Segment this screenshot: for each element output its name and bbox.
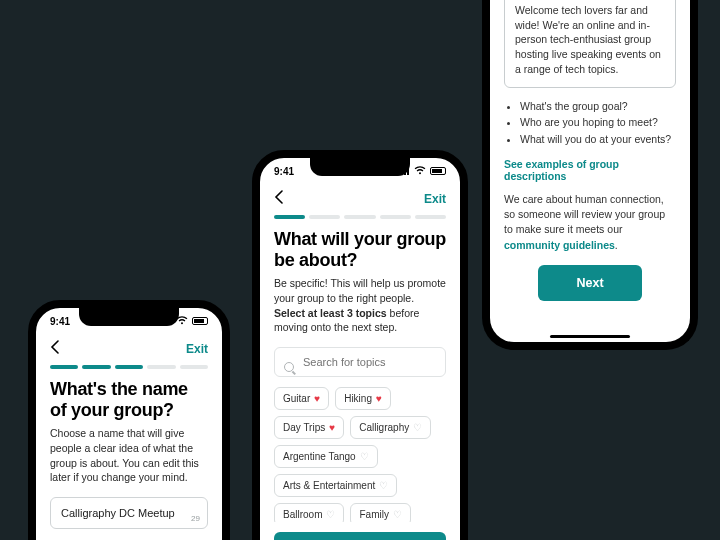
back-button[interactable] [50, 338, 60, 359]
community-guidelines-link[interactable]: community guidelines [504, 239, 615, 251]
group-name-input[interactable] [50, 497, 208, 529]
phone-frame-topics-step: 9:41 Exit What will your group be about?… [252, 150, 468, 540]
review-footnote: We care about human connection, so someo… [504, 192, 676, 253]
phone-frame-description-step: People will see this when we promote you… [482, 0, 698, 350]
exit-button[interactable]: Exit [186, 342, 208, 356]
heart-icon: ♡ [413, 422, 422, 433]
heart-icon: ♥ [314, 393, 320, 404]
next-button[interactable]: Next [538, 265, 641, 301]
search-icon [284, 362, 294, 372]
topic-chip-label: Family [359, 509, 388, 520]
heart-icon: ♡ [360, 451, 369, 462]
battery-icon [430, 167, 446, 175]
topic-chip-list: Guitar♥Hiking♥Day Trips♥Calligraphy♡Arge… [274, 387, 446, 522]
status-time: 9:41 [50, 316, 70, 327]
group-description-input[interactable]: Welcome tech lovers far and wide! We're … [504, 0, 676, 88]
back-button[interactable] [274, 188, 284, 209]
phone-frame-name-step: 9:41 Exit What's the name of your group?… [28, 300, 230, 540]
topic-chip[interactable]: Hiking♥ [335, 387, 391, 410]
status-time: 9:41 [274, 166, 294, 177]
topic-chip[interactable]: Calligraphy♡ [350, 416, 431, 439]
heart-icon: ♡ [379, 480, 388, 491]
progress-bar [260, 215, 460, 229]
page-subtitle: Choose a name that will give people a cl… [50, 426, 208, 485]
page-subtitle: Be specific! This will help us promote y… [274, 276, 446, 335]
page-title: What will your group be about? [274, 229, 446, 270]
prompt-item: What will you do at your events? [520, 131, 676, 148]
examples-link[interactable]: See examples of group descriptions [504, 158, 676, 182]
char-count: 29 [191, 514, 200, 523]
topic-chip[interactable]: Ballroom♡ [274, 503, 344, 522]
topic-chip[interactable]: Family♡ [350, 503, 410, 522]
topic-chip[interactable]: Day Trips♥ [274, 416, 344, 439]
next-button[interactable]: Next [274, 532, 446, 540]
topic-chip-label: Calligraphy [359, 422, 409, 433]
topic-search-input[interactable] [274, 347, 446, 377]
notch [79, 308, 179, 326]
topic-chip[interactable]: Guitar♥ [274, 387, 329, 410]
topic-chip-label: Day Trips [283, 422, 325, 433]
home-indicator [550, 335, 630, 338]
nav-row: Exit [36, 334, 222, 365]
topic-chip-label: Argentine Tango [283, 451, 356, 462]
battery-icon [192, 317, 208, 325]
nav-row: Exit [260, 184, 460, 215]
topic-chip-label: Hiking [344, 393, 372, 404]
description-prompts: What's the group goal?Who are you hoping… [504, 98, 676, 148]
heart-icon: ♡ [393, 509, 402, 520]
heart-icon: ♥ [329, 422, 335, 433]
topic-chip[interactable]: Arts & Entertainment♡ [274, 474, 397, 497]
wifi-icon [414, 166, 426, 177]
heart-icon: ♡ [326, 509, 335, 520]
prompt-item: Who are you hoping to meet? [520, 114, 676, 131]
topic-chip-label: Ballroom [283, 509, 322, 520]
topic-chip[interactable]: Argentine Tango♡ [274, 445, 378, 468]
page-title: What's the name of your group? [50, 379, 208, 420]
exit-button[interactable]: Exit [424, 192, 446, 206]
notch [310, 158, 410, 176]
heart-icon: ♥ [376, 393, 382, 404]
progress-bar [36, 365, 222, 379]
topic-chip-label: Arts & Entertainment [283, 480, 375, 491]
topic-chip-label: Guitar [283, 393, 310, 404]
prompt-item: What's the group goal? [520, 98, 676, 115]
